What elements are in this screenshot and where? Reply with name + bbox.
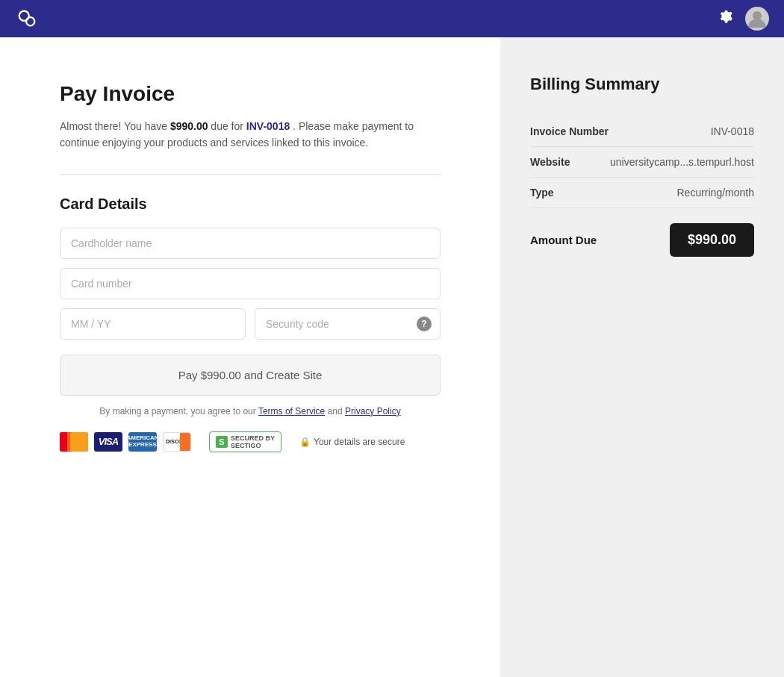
amount-highlight: $990.00 bbox=[170, 120, 208, 132]
amount-due-row: Amount Due $990.00 bbox=[530, 223, 754, 257]
privacy-policy-link[interactable]: Privacy Policy bbox=[345, 406, 401, 417]
invoice-number-value: INV-0018 bbox=[711, 125, 754, 137]
payment-icons-row: VISA AMERICAN EXPRESS DISCOVER S SECURED… bbox=[60, 431, 441, 452]
expiry-field-group bbox=[60, 308, 246, 340]
terms-text: By making a payment, you agree to our Te… bbox=[60, 406, 441, 417]
settings-button[interactable] bbox=[718, 10, 735, 27]
nav-right-actions bbox=[718, 7, 769, 31]
amount-due-label: Amount Due bbox=[530, 234, 597, 246]
desc-prefix: Almost there! You have bbox=[60, 120, 170, 132]
lock-icon: 🔒 bbox=[299, 437, 311, 447]
cardholder-name-input[interactable] bbox=[60, 228, 441, 259]
terms-middle: and bbox=[325, 406, 345, 417]
main-content: Pay Invoice Almost there! You have $990.… bbox=[0, 37, 500, 677]
type-value: Recurring/month bbox=[677, 187, 755, 199]
top-navigation bbox=[0, 0, 784, 37]
card-number-input[interactable] bbox=[60, 268, 441, 299]
terms-of-service-link[interactable]: Terms of Service bbox=[258, 406, 325, 417]
pay-button[interactable]: Pay $990.00 and Create Site bbox=[60, 355, 441, 396]
page-title: Pay Invoice bbox=[60, 82, 441, 106]
billing-summary-title: Billing Summary bbox=[530, 75, 754, 94]
type-label: Type bbox=[530, 187, 554, 199]
user-avatar[interactable] bbox=[745, 7, 769, 31]
description: Almost there! You have $990.00 due for I… bbox=[60, 118, 441, 152]
card-number-field-group bbox=[60, 268, 441, 299]
desc-middle: due for bbox=[208, 120, 246, 132]
discover-icon: DISCOVER bbox=[163, 432, 191, 452]
terms-prefix: By making a payment, you agree to our bbox=[99, 406, 258, 417]
security-help-icon[interactable]: ? bbox=[417, 316, 432, 331]
invoice-number-row: Invoice Number INV-0018 bbox=[530, 116, 754, 147]
sectigo-s-icon: S bbox=[216, 436, 228, 448]
website-value: universitycamp...s.tempurl.host bbox=[610, 156, 754, 168]
invoice-ref: INV-0018 bbox=[246, 120, 290, 132]
amount-due-badge: $990.00 bbox=[670, 223, 754, 257]
security-code-field-group: ? bbox=[255, 308, 441, 340]
secure-label: Your details are secure bbox=[314, 437, 405, 447]
sectigo-badge: S SECURED BYSECTIGO bbox=[209, 431, 281, 452]
security-code-wrapper: ? bbox=[255, 308, 441, 340]
visa-icon: VISA bbox=[94, 432, 122, 452]
expiry-input[interactable] bbox=[60, 308, 246, 340]
card-details-title: Card Details bbox=[60, 196, 441, 213]
website-row: Website universitycamp...s.tempurl.host bbox=[530, 147, 754, 178]
section-divider bbox=[60, 174, 441, 175]
expiry-security-row: ? bbox=[60, 308, 441, 340]
invoice-number-label: Invoice Number bbox=[530, 125, 609, 137]
security-code-input[interactable] bbox=[255, 308, 441, 340]
website-label: Website bbox=[530, 156, 570, 168]
cardholder-field-group bbox=[60, 228, 441, 259]
billing-sidebar: Billing Summary Invoice Number INV-0018 … bbox=[500, 37, 784, 677]
mastercard-icon bbox=[60, 432, 88, 452]
svg-point-1 bbox=[26, 17, 34, 25]
sectigo-badge-wrapper: S SECURED BYSECTIGO bbox=[209, 431, 281, 452]
secure-text: 🔒 Your details are secure bbox=[299, 437, 405, 447]
sectigo-label: SECURED BYSECTIGO bbox=[231, 434, 275, 449]
type-row: Type Recurring/month bbox=[530, 178, 754, 208]
page-layout: Pay Invoice Almost there! You have $990.… bbox=[0, 37, 784, 677]
amex-icon: AMERICAN EXPRESS bbox=[128, 432, 157, 452]
logo bbox=[15, 7, 39, 31]
